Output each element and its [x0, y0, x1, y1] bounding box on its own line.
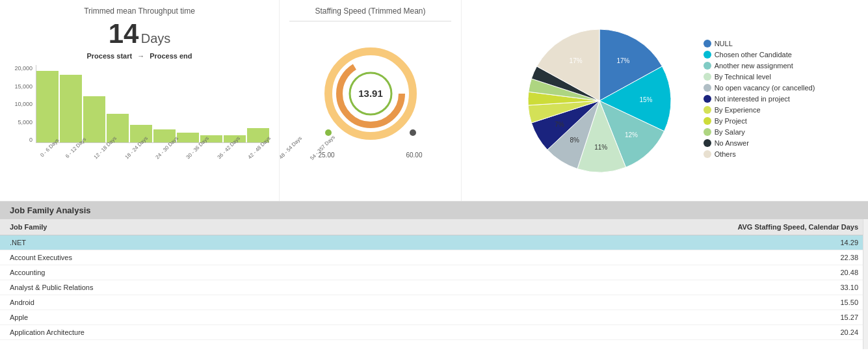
pie-label: 11% [594, 144, 607, 151]
bar [83, 96, 105, 143]
svg-point-4 [410, 129, 416, 136]
pie-label: 7% [555, 121, 564, 128]
avg-speed-cell: 20.24 [367, 325, 868, 340]
job-family-cell: Android [0, 295, 367, 310]
staffing-title: Staffing Speed (Trimmed Mean) [289, 7, 451, 21]
legend-color-dot [704, 84, 711, 92]
legend-label: NULL [715, 40, 733, 47]
legend-label: Others [715, 150, 736, 158]
bar-chart-bars [36, 65, 269, 143]
legend-color-dot [704, 95, 711, 103]
section-header: Job Family Analysis [0, 202, 868, 219]
legend-label: Not interested in project [715, 95, 790, 103]
throughput-unit: Days [141, 31, 171, 46]
legend-label: By Project [715, 117, 747, 125]
throughput-panel: Trimmed mean Throughput time 14 Days Pro… [0, 0, 280, 201]
avg-speed-cell: 22.38 [367, 250, 868, 265]
legend-color-dot [704, 150, 711, 158]
legend-item[interactable]: By Salary [704, 128, 815, 136]
legend-color-dot [704, 62, 711, 70]
legend-item[interactable]: By Experience [704, 106, 815, 114]
avg-speed-cell: 15.27 [367, 310, 868, 325]
throughput-value: 14 Days [10, 18, 269, 49]
avg-speed-cell: 15.50 [367, 295, 868, 310]
legend-label: Another new assignment [715, 62, 793, 70]
job-family-table: Job Family AVG Staffing Speed, Calendar … [0, 219, 868, 340]
job-family-cell: Account Executives [0, 250, 367, 265]
process-end-label: Process end [150, 52, 192, 60]
bar [36, 71, 59, 142]
bar [60, 75, 82, 143]
legend-item[interactable]: NULL [704, 40, 815, 47]
pie-label: 17% [569, 57, 582, 64]
gauge-max: 60.00 [406, 152, 422, 159]
pie-legend: NULLChosen other CandidateAnother new as… [704, 40, 815, 161]
x-axis-labels: 0 - 6 Days6 - 12 Days12 - 18 Days18 - 24… [36, 146, 269, 178]
throughput-title: Trimmed mean Throughput time [10, 7, 269, 16]
legend-label: No Answer [715, 139, 749, 147]
job-family-cell: Analyst & Public Relations [0, 280, 367, 295]
throughput-number: 14 [109, 18, 139, 49]
scrollbar[interactable] [863, 219, 868, 349]
avg-speed-cell: 14.29 [367, 235, 868, 250]
pie-chart: 17%15%12%11%8%7%17% [515, 10, 697, 192]
legend-color-dot [704, 139, 711, 147]
legend-item[interactable]: Not interested in project [704, 95, 815, 103]
legend-color-dot [704, 73, 711, 81]
col-avg-speed: AVG Staffing Speed, Calendar Days [367, 219, 868, 235]
gauge-svg: 13.91 [315, 38, 426, 149]
legend-item[interactable]: Another new assignment [704, 62, 815, 70]
table-row[interactable]: Analyst & Public Relations33.10 [0, 280, 868, 295]
job-family-cell: Application Architecture [0, 325, 367, 340]
legend-label: Chosen other Candidate [715, 51, 792, 59]
legend-item[interactable]: Others [704, 150, 815, 158]
pie-svg: 17%15%12%11%8%7%17% [515, 10, 697, 192]
legend-label: By Salary [715, 128, 745, 136]
legend-color-dot [704, 40, 711, 47]
legend-color-dot [704, 128, 711, 136]
job-family-cell: Accounting [0, 265, 367, 280]
legend-item[interactable]: No open vacancy (or cancelled) [704, 84, 815, 92]
table-row[interactable]: Accounting20.48 [0, 265, 868, 280]
job-family-cell: .NET [0, 235, 367, 250]
bottom-section: Job Family Analysis Job Family AVG Staff… [0, 202, 868, 357]
y-axis-labels: 20,000 15,000 10,000 5,000 0 [10, 65, 33, 143]
bar-chart: 20,000 15,000 10,000 5,000 0 0 - 6 Days6… [10, 65, 269, 189]
gauge-container: 13.91 25.00 60.00 [289, 27, 451, 170]
legend-label: No open vacancy (or cancelled) [715, 84, 815, 92]
table-row[interactable]: Apple15.27 [0, 310, 868, 325]
job-family-cell: Apple [0, 310, 367, 325]
table-container[interactable]: Job Family AVG Staffing Speed, Calendar … [0, 219, 868, 349]
legend-item[interactable]: By Project [704, 117, 815, 125]
process-flow: Process start → Process end [10, 52, 269, 60]
avg-speed-cell: 20.48 [367, 265, 868, 280]
table-row[interactable]: Android15.50 [0, 295, 868, 310]
legend-color-dot [704, 117, 711, 125]
legend-item[interactable]: Chosen other Candidate [704, 51, 815, 59]
legend-item[interactable]: No Answer [704, 139, 815, 147]
pie-label: 12% [625, 131, 638, 139]
legend-label: By Experience [715, 106, 761, 114]
legend-color-dot [704, 51, 711, 59]
legend-color-dot [704, 106, 711, 114]
gauge-value-text: 13.91 [358, 88, 383, 99]
table-row[interactable]: .NET14.29 [0, 235, 868, 250]
pie-label: 8% [570, 137, 579, 144]
process-start-label: Process start [86, 52, 132, 60]
avg-speed-cell: 33.10 [367, 280, 868, 295]
legend-label: By Technical level [715, 73, 771, 81]
table-row[interactable]: Account Executives22.38 [0, 250, 868, 265]
pie-label: 17% [616, 57, 629, 64]
pie-panel: 17%15%12%11%8%7%17% NULLChosen other Can… [462, 0, 868, 201]
col-job-family: Job Family [0, 219, 367, 235]
table-row[interactable]: Application Architecture20.24 [0, 325, 868, 340]
pie-label: 15% [639, 96, 652, 103]
process-arrow: → [137, 52, 144, 60]
legend-item[interactable]: By Technical level [704, 73, 815, 81]
